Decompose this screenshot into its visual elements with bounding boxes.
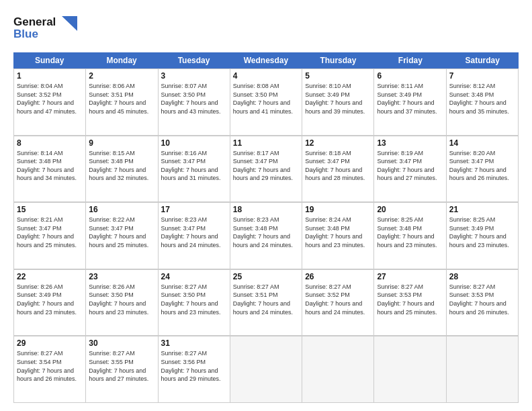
week-row-3: 15Sunrise: 8:21 AMSunset: 3:47 PMDayligh… xyxy=(13,202,519,269)
day-info: Sunrise: 8:22 AMSunset: 3:47 PMDaylight:… xyxy=(89,216,154,249)
day-number: 26 xyxy=(305,272,371,281)
day-cell-29: 29Sunrise: 8:27 AMSunset: 3:54 PMDayligh… xyxy=(14,336,86,403)
day-cell-21: 21Sunrise: 8:25 AMSunset: 3:49 PMDayligh… xyxy=(447,203,519,269)
day-number: 28 xyxy=(449,272,515,281)
day-number: 6 xyxy=(377,71,443,81)
logo: General Blue xyxy=(13,11,87,46)
day-cell-23: 23Sunrise: 8:26 AMSunset: 3:50 PMDayligh… xyxy=(86,270,158,336)
day-cell-30: 30Sunrise: 8:27 AMSunset: 3:55 PMDayligh… xyxy=(86,336,158,403)
day-info: Sunrise: 8:27 AMSunset: 3:52 PMDaylight:… xyxy=(305,283,371,316)
weekday-header-saturday: Saturday xyxy=(447,52,519,68)
day-cell-31: 31Sunrise: 8:27 AMSunset: 3:56 PMDayligh… xyxy=(159,336,230,403)
day-number: 31 xyxy=(161,338,227,348)
day-number: 15 xyxy=(17,205,83,214)
week-row-2: 8Sunrise: 8:14 AMSunset: 3:48 PMDaylight… xyxy=(13,136,519,203)
day-cell-5: 5Sunrise: 8:10 AMSunset: 3:49 PMDaylight… xyxy=(302,69,374,136)
day-number: 21 xyxy=(449,205,515,214)
svg-text:Blue: Blue xyxy=(13,28,38,40)
day-number: 18 xyxy=(233,205,299,214)
day-number: 23 xyxy=(89,272,154,281)
day-cell-16: 16Sunrise: 8:22 AMSunset: 3:47 PMDayligh… xyxy=(86,203,158,269)
day-info: Sunrise: 8:27 AMSunset: 3:53 PMDaylight:… xyxy=(377,283,443,316)
day-info: Sunrise: 8:04 AMSunset: 3:52 PMDaylight:… xyxy=(17,82,83,116)
day-number: 12 xyxy=(305,138,371,148)
empty-cell xyxy=(374,336,446,403)
weekday-header-wednesday: Wednesday xyxy=(230,52,302,68)
day-info: Sunrise: 8:26 AMSunset: 3:50 PMDaylight:… xyxy=(89,283,154,316)
day-number: 19 xyxy=(305,205,371,214)
day-cell-20: 20Sunrise: 8:25 AMSunset: 3:48 PMDayligh… xyxy=(374,203,446,269)
day-number: 3 xyxy=(161,71,227,81)
day-number: 4 xyxy=(233,71,299,81)
calendar: SundayMondayTuesdayWednesdayThursdayFrid… xyxy=(13,52,519,403)
day-info: Sunrise: 8:23 AMSunset: 3:47 PMDaylight:… xyxy=(161,216,227,249)
day-cell-1: 1Sunrise: 8:04 AMSunset: 3:52 PMDaylight… xyxy=(14,69,86,136)
day-cell-28: 28Sunrise: 8:27 AMSunset: 3:53 PMDayligh… xyxy=(447,270,519,336)
day-info: Sunrise: 8:11 AMSunset: 3:49 PMDaylight:… xyxy=(377,82,443,116)
day-cell-7: 7Sunrise: 8:12 AMSunset: 3:48 PMDaylight… xyxy=(447,69,519,136)
day-info: Sunrise: 8:27 AMSunset: 3:51 PMDaylight:… xyxy=(233,283,299,316)
day-number: 22 xyxy=(17,272,83,281)
day-number: 8 xyxy=(17,138,83,148)
day-number: 2 xyxy=(89,71,154,81)
empty-cell xyxy=(302,336,374,403)
day-number: 29 xyxy=(17,338,83,348)
day-number: 11 xyxy=(233,138,299,148)
day-info: Sunrise: 8:20 AMSunset: 3:47 PMDaylight:… xyxy=(449,149,515,183)
day-number: 13 xyxy=(377,138,443,148)
day-info: Sunrise: 8:25 AMSunset: 3:49 PMDaylight:… xyxy=(449,216,515,249)
svg-marker-0 xyxy=(62,16,77,31)
weekday-header-sunday: Sunday xyxy=(13,52,85,68)
day-info: Sunrise: 8:08 AMSunset: 3:50 PMDaylight:… xyxy=(233,82,299,116)
day-number: 9 xyxy=(89,138,154,148)
day-number: 5 xyxy=(305,71,371,81)
day-info: Sunrise: 8:24 AMSunset: 3:48 PMDaylight:… xyxy=(305,216,371,249)
day-number: 7 xyxy=(449,71,515,81)
calendar-header: SundayMondayTuesdayWednesdayThursdayFrid… xyxy=(13,52,519,68)
empty-cell xyxy=(447,336,519,403)
day-number: 17 xyxy=(161,205,227,214)
day-info: Sunrise: 8:18 AMSunset: 3:47 PMDaylight:… xyxy=(305,149,371,183)
day-info: Sunrise: 8:27 AMSunset: 3:56 PMDaylight:… xyxy=(161,349,227,383)
day-cell-4: 4Sunrise: 8:08 AMSunset: 3:50 PMDaylight… xyxy=(230,69,302,136)
day-info: Sunrise: 8:27 AMSunset: 3:54 PMDaylight:… xyxy=(17,349,83,383)
day-info: Sunrise: 8:17 AMSunset: 3:47 PMDaylight:… xyxy=(233,149,299,183)
svg-text:General: General xyxy=(13,15,56,28)
day-number: 1 xyxy=(17,71,83,81)
day-cell-11: 11Sunrise: 8:17 AMSunset: 3:47 PMDayligh… xyxy=(230,136,302,203)
day-cell-18: 18Sunrise: 8:23 AMSunset: 3:48 PMDayligh… xyxy=(230,203,302,269)
day-info: Sunrise: 8:27 AMSunset: 3:55 PMDaylight:… xyxy=(89,349,154,383)
day-number: 27 xyxy=(377,272,443,281)
day-info: Sunrise: 8:10 AMSunset: 3:49 PMDaylight:… xyxy=(305,82,371,116)
day-cell-6: 6Sunrise: 8:11 AMSunset: 3:49 PMDaylight… xyxy=(374,69,446,136)
day-info: Sunrise: 8:12 AMSunset: 3:48 PMDaylight:… xyxy=(449,82,515,116)
day-cell-2: 2Sunrise: 8:06 AMSunset: 3:51 PMDaylight… xyxy=(86,69,158,136)
day-info: Sunrise: 8:07 AMSunset: 3:50 PMDaylight:… xyxy=(161,82,227,116)
day-cell-26: 26Sunrise: 8:27 AMSunset: 3:52 PMDayligh… xyxy=(302,270,374,336)
day-info: Sunrise: 8:26 AMSunset: 3:49 PMDaylight:… xyxy=(17,283,83,316)
day-number: 24 xyxy=(161,272,227,281)
weekday-header-monday: Monday xyxy=(85,52,157,68)
weekday-header-thursday: Thursday xyxy=(302,52,374,68)
day-info: Sunrise: 8:25 AMSunset: 3:48 PMDaylight:… xyxy=(377,216,443,249)
day-info: Sunrise: 8:06 AMSunset: 3:51 PMDaylight:… xyxy=(89,82,154,116)
day-cell-8: 8Sunrise: 8:14 AMSunset: 3:48 PMDaylight… xyxy=(14,136,86,203)
page: General Blue SundayMondayTuesdayWednesda… xyxy=(0,0,532,411)
day-cell-24: 24Sunrise: 8:27 AMSunset: 3:50 PMDayligh… xyxy=(159,270,230,336)
empty-cell xyxy=(230,336,302,403)
day-cell-9: 9Sunrise: 8:15 AMSunset: 3:48 PMDaylight… xyxy=(86,136,158,203)
day-info: Sunrise: 8:27 AMSunset: 3:53 PMDaylight:… xyxy=(449,283,515,316)
week-row-1: 1Sunrise: 8:04 AMSunset: 3:52 PMDaylight… xyxy=(13,68,519,136)
weekday-header-tuesday: Tuesday xyxy=(158,52,230,68)
day-cell-17: 17Sunrise: 8:23 AMSunset: 3:47 PMDayligh… xyxy=(159,203,230,269)
weekday-header-friday: Friday xyxy=(374,52,446,68)
day-cell-13: 13Sunrise: 8:19 AMSunset: 3:47 PMDayligh… xyxy=(374,136,446,203)
day-info: Sunrise: 8:15 AMSunset: 3:48 PMDaylight:… xyxy=(89,149,154,183)
day-number: 14 xyxy=(449,138,515,148)
week-row-4: 22Sunrise: 8:26 AMSunset: 3:49 PMDayligh… xyxy=(13,269,519,336)
day-number: 10 xyxy=(161,138,227,148)
week-row-5: 29Sunrise: 8:27 AMSunset: 3:54 PMDayligh… xyxy=(13,336,519,403)
day-number: 16 xyxy=(89,205,154,214)
day-cell-3: 3Sunrise: 8:07 AMSunset: 3:50 PMDaylight… xyxy=(159,69,230,136)
calendar-body: 1Sunrise: 8:04 AMSunset: 3:52 PMDaylight… xyxy=(13,68,519,403)
